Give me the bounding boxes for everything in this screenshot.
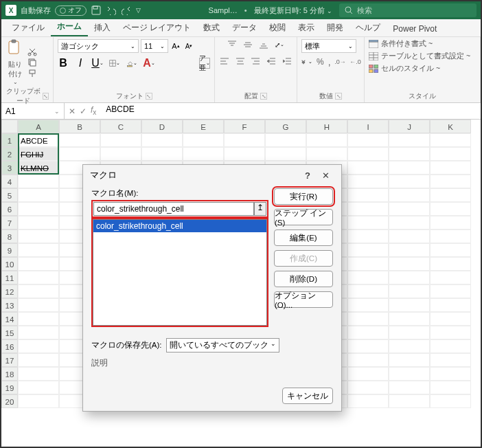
- col-header[interactable]: E: [183, 120, 224, 133]
- cell[interactable]: [430, 353, 471, 367]
- cell[interactable]: [430, 147, 471, 161]
- undo-icon[interactable]: [106, 5, 117, 16]
- cell[interactable]: [18, 298, 59, 312]
- edit-button[interactable]: 編集(E): [274, 229, 333, 246]
- border-button[interactable]: ⌄: [109, 58, 120, 69]
- row-header[interactable]: 19: [1, 381, 18, 394]
- phonetic-button[interactable]: ア亜⌄: [199, 58, 210, 69]
- cell[interactable]: [389, 298, 430, 312]
- cell-styles-button[interactable]: セルのスタイル ~: [369, 64, 476, 74]
- row-header[interactable]: 17: [1, 353, 18, 367]
- cell[interactable]: [389, 147, 430, 161]
- tab-Power Pivot[interactable]: Power Pivot: [387, 21, 443, 36]
- autosave-toggle[interactable]: オフ: [55, 5, 87, 16]
- cell[interactable]: [430, 161, 471, 175]
- cell[interactable]: [18, 188, 59, 202]
- row-header[interactable]: 4: [1, 175, 18, 188]
- cell[interactable]: [347, 353, 389, 367]
- cell[interactable]: [347, 367, 389, 381]
- redo-icon[interactable]: [121, 5, 132, 16]
- cell[interactable]: [389, 367, 430, 381]
- align-top-icon[interactable]: [227, 39, 238, 50]
- cell[interactable]: [347, 202, 389, 216]
- cell[interactable]: [430, 188, 471, 202]
- cell[interactable]: [389, 353, 430, 367]
- qat-dropdown-icon[interactable]: ▽: [136, 7, 141, 14]
- col-header[interactable]: I: [347, 120, 389, 133]
- cell[interactable]: [347, 312, 389, 326]
- row-header[interactable]: 14: [1, 312, 18, 326]
- cell[interactable]: [389, 175, 430, 188]
- cell[interactable]: [430, 216, 471, 229]
- cell[interactable]: [389, 216, 430, 229]
- increase-indent-icon[interactable]: [282, 56, 292, 67]
- cell[interactable]: [389, 312, 430, 326]
- orientation-icon[interactable]: ⤢⌄: [274, 39, 285, 50]
- select-all-corner[interactable]: [1, 120, 18, 133]
- conditional-format-button[interactable]: 条件付き書式 ~: [369, 39, 476, 49]
- row-header[interactable]: 10: [1, 257, 18, 271]
- copy-icon[interactable]: [27, 58, 38, 67]
- search-box[interactable]: 検索: [339, 3, 477, 17]
- cell[interactable]: [59, 133, 100, 147]
- cell[interactable]: [347, 188, 389, 202]
- cell[interactable]: [389, 271, 430, 284]
- cell[interactable]: FGHIJ: [18, 147, 59, 161]
- cell[interactable]: [18, 339, 59, 353]
- cell[interactable]: [18, 312, 59, 326]
- decrease-font-icon[interactable]: A▾: [183, 41, 194, 52]
- cell[interactable]: [100, 133, 141, 147]
- cell[interactable]: [265, 147, 306, 161]
- cell[interactable]: [430, 381, 471, 394]
- cell[interactable]: [347, 271, 389, 284]
- cell[interactable]: [389, 161, 430, 175]
- tab-表示[interactable]: 表示: [292, 19, 321, 36]
- row-header[interactable]: 15: [1, 326, 18, 339]
- font-name-select[interactable]: 游ゴシック⌄: [58, 39, 139, 53]
- col-header[interactable]: F: [224, 120, 265, 133]
- cell[interactable]: [430, 312, 471, 326]
- close-button[interactable]: ✕: [317, 170, 334, 181]
- cell[interactable]: [18, 326, 59, 339]
- cell[interactable]: [347, 339, 389, 353]
- cell[interactable]: [347, 326, 389, 339]
- align-middle-icon[interactable]: [242, 39, 253, 50]
- tab-ファイル[interactable]: ファイル: [5, 19, 51, 36]
- cell[interactable]: [389, 381, 430, 394]
- cell[interactable]: [18, 257, 59, 271]
- col-header[interactable]: A: [18, 120, 59, 133]
- macro-list-item[interactable]: color_strikethrough_cell: [93, 220, 266, 232]
- font-size-select[interactable]: 11⌄: [141, 39, 168, 53]
- macro-name-input[interactable]: [93, 202, 254, 216]
- cell[interactable]: [347, 229, 389, 243]
- cell[interactable]: [430, 133, 471, 147]
- cell[interactable]: [430, 229, 471, 243]
- accounting-format-icon[interactable]: ¥⌄: [301, 56, 312, 67]
- cell[interactable]: [389, 229, 430, 243]
- col-header[interactable]: G: [265, 120, 306, 133]
- cell[interactable]: [18, 271, 59, 284]
- cell[interactable]: [183, 133, 224, 147]
- cell[interactable]: [347, 175, 389, 188]
- underline-button[interactable]: U⌄: [92, 58, 103, 69]
- row-header[interactable]: 11: [1, 271, 18, 284]
- row-header[interactable]: 18: [1, 367, 18, 381]
- cell[interactable]: KLMNO: [18, 161, 59, 175]
- cell[interactable]: [347, 381, 389, 394]
- dialog-launcher-icon[interactable]: ⤡: [43, 93, 49, 100]
- dialog-launcher-icon[interactable]: ⤡: [335, 93, 342, 100]
- dialog-launcher-icon[interactable]: ⤡: [146, 93, 152, 100]
- cut-icon[interactable]: [27, 47, 38, 56]
- row-header[interactable]: 20: [1, 394, 18, 408]
- formula-input[interactable]: ABCDE: [100, 103, 481, 119]
- cell[interactable]: [18, 216, 59, 229]
- cell[interactable]: [347, 257, 389, 271]
- row-header[interactable]: 1: [1, 133, 18, 147]
- name-box[interactable]: A1⌄: [1, 103, 65, 119]
- tab-挿入[interactable]: 挿入: [88, 19, 117, 36]
- cell[interactable]: [389, 339, 430, 353]
- cell[interactable]: [430, 367, 471, 381]
- tab-ホーム[interactable]: ホーム: [51, 18, 88, 36]
- cell[interactable]: [389, 394, 430, 408]
- cell[interactable]: [389, 133, 430, 147]
